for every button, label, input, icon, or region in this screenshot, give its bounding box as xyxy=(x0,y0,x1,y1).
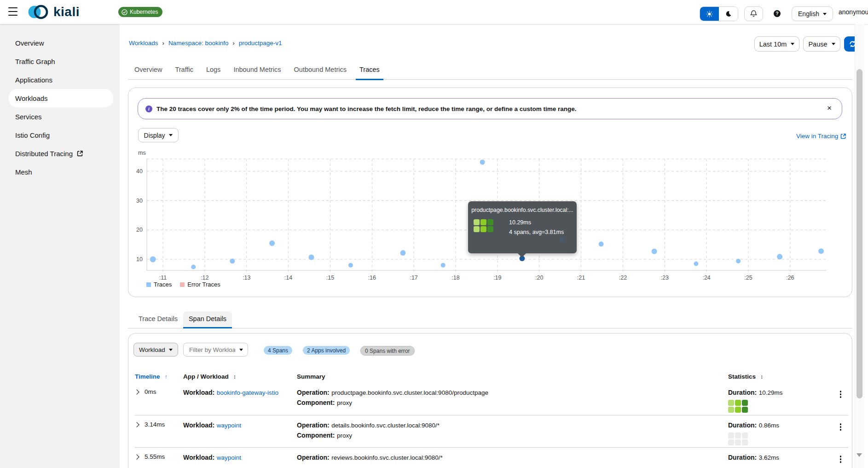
expand-chevron-icon[interactable] xyxy=(134,422,139,427)
sidebar-item-traffic-graph[interactable]: Traffic Graph xyxy=(9,52,113,70)
time-range-dropdown[interactable]: Last 10m xyxy=(754,36,799,52)
span-timeline: 0ms xyxy=(145,388,156,395)
trace-point[interactable] xyxy=(348,263,353,268)
workload-link[interactable]: waypoint xyxy=(217,422,241,429)
chevron-down-icon xyxy=(239,349,243,351)
svg-text:40: 40 xyxy=(136,168,143,175)
duration-label: Duration: xyxy=(728,454,757,461)
dark-theme-button[interactable] xyxy=(719,7,738,21)
tab-outbound-metrics[interactable]: Outbound Metrics xyxy=(294,66,347,79)
view-in-tracing-label: View in Tracing xyxy=(796,133,838,140)
trace-point[interactable] xyxy=(269,240,275,246)
trace-point[interactable] xyxy=(441,263,446,268)
trace-detail-tabs: Trace DetailsSpan Details xyxy=(128,311,852,328)
trace-point[interactable] xyxy=(480,160,485,165)
workload-link[interactable]: waypoint xyxy=(217,454,241,461)
tooltip-caret xyxy=(518,253,526,257)
span-timeline: 3.14ms xyxy=(145,421,165,428)
svg-text::24: :24 xyxy=(702,275,710,281)
language-dropdown[interactable]: English xyxy=(792,6,833,21)
expand-chevron-icon[interactable] xyxy=(134,454,139,459)
notifications-button[interactable] xyxy=(744,6,763,21)
legend-item[interactable]: Error Traces xyxy=(180,281,220,288)
sidebar-item-applications[interactable]: Applications xyxy=(9,70,113,89)
kebab-menu-icon[interactable] xyxy=(833,421,848,431)
chevron-down-icon xyxy=(832,43,835,45)
sidebar-item-workloads[interactable]: Workloads xyxy=(9,89,113,107)
filter-type-select[interactable]: Workload xyxy=(133,343,178,357)
info-icon: i xyxy=(145,105,152,112)
status-badge: 0 Spans with error xyxy=(360,346,414,356)
operation-value: productpage.bookinfo.svc.cluster.local:9… xyxy=(331,389,488,396)
column-header-statistics[interactable]: Statistics↕ xyxy=(728,373,833,380)
trace-point[interactable] xyxy=(777,254,782,259)
sort-icon[interactable]: ↕ xyxy=(760,374,763,380)
duration-label: Duration: xyxy=(728,421,757,429)
chevron-down-icon xyxy=(169,134,173,136)
column-header-timeline[interactable]: Timeline↑ xyxy=(135,373,183,380)
duration-value: 0.86ms xyxy=(759,422,779,429)
svg-text::15: :15 xyxy=(326,275,334,281)
sidebar-item-label: Istio Config xyxy=(15,131,50,139)
info-alert: i The 20 traces cover only 2% of the tim… xyxy=(138,98,842,119)
scrollbar-down-arrow[interactable] xyxy=(856,453,862,457)
breadcrumb-item[interactable]: Workloads xyxy=(129,40,158,47)
tab-traces[interactable]: Traces xyxy=(359,66,380,79)
tab-trace-details[interactable]: Trace Details xyxy=(133,311,183,328)
menu-toggle-button[interactable] xyxy=(8,7,17,16)
trace-point[interactable] xyxy=(150,256,156,262)
span-timeline: 5.55ms xyxy=(145,453,165,460)
tab-traffic[interactable]: Traffic xyxy=(175,66,193,79)
tab-overview[interactable]: Overview xyxy=(134,66,162,79)
tab-logs[interactable]: Logs xyxy=(206,66,220,79)
refresh-interval-dropdown[interactable]: Pause xyxy=(803,36,840,52)
sidebar-item-distributed-tracing[interactable]: Distributed Tracing xyxy=(9,144,113,163)
sidebar-item-mesh[interactable]: Mesh xyxy=(9,163,113,181)
trace-point[interactable] xyxy=(736,259,741,263)
display-dropdown[interactable]: Display xyxy=(138,128,179,142)
sidebar-item-label: Workloads xyxy=(15,94,48,102)
expand-chevron-icon[interactable] xyxy=(134,389,139,394)
workload-filter-input[interactable] xyxy=(188,346,236,354)
svg-text::25: :25 xyxy=(744,275,752,281)
span-summary-badges: 4 Spans2 Apps involved0 Spans with error xyxy=(264,346,415,356)
tab-inbound-metrics[interactable]: Inbound Metrics xyxy=(233,66,281,79)
chevron-down-icon xyxy=(823,13,827,15)
sort-asc-icon[interactable]: ↑ xyxy=(165,374,168,380)
breadcrumb-item[interactable]: productpage-v1 xyxy=(239,40,282,47)
operation-value: details.bookinfo.svc.cluster.local:9080/… xyxy=(331,422,440,429)
trace-point[interactable] xyxy=(652,249,657,254)
tooltip-duration: 10.29ms xyxy=(509,219,564,226)
sidebar-item-istio-config[interactable]: Istio Config xyxy=(9,126,113,144)
sidebar-item-services[interactable]: Services xyxy=(9,107,113,126)
trace-point-dimmed[interactable] xyxy=(559,237,565,242)
trace-point[interactable] xyxy=(309,255,314,260)
svg-text:ms: ms xyxy=(138,150,146,156)
close-icon[interactable]: × xyxy=(827,104,832,112)
svg-text:30: 30 xyxy=(136,198,143,204)
breadcrumb-item[interactable]: Namespace: bookinfo xyxy=(168,40,229,47)
trace-point[interactable] xyxy=(694,262,698,266)
kebab-menu-icon[interactable] xyxy=(833,453,848,463)
trace-point[interactable] xyxy=(818,248,824,254)
scrollbar-thumb[interactable] xyxy=(856,69,862,398)
user-menu[interactable]: anonymous xyxy=(839,8,868,16)
kebab-menu-icon[interactable] xyxy=(833,388,848,398)
light-theme-button[interactable] xyxy=(700,7,719,21)
column-header-app-workload[interactable]: App / Workload↕ xyxy=(183,373,297,380)
view-in-tracing-link[interactable]: View in Tracing xyxy=(796,133,846,140)
svg-text::26: :26 xyxy=(786,275,794,281)
trace-point[interactable] xyxy=(599,241,604,246)
help-icon[interactable]: ? xyxy=(774,10,781,17)
tab-span-details[interactable]: Span Details xyxy=(183,311,232,328)
sidebar-item-overview[interactable]: Overview xyxy=(9,34,113,52)
trace-point[interactable] xyxy=(191,265,196,269)
sort-icon[interactable]: ↕ xyxy=(233,374,236,380)
table-header-row: Timeline↑ App / Workload↕ Summary Statis… xyxy=(135,373,848,383)
legend-item[interactable]: Traces xyxy=(146,281,172,288)
workload-link[interactable]: bookinfo-gateway-istio xyxy=(217,389,278,396)
page-scrollbar[interactable] xyxy=(855,24,864,468)
trace-point[interactable] xyxy=(230,258,235,263)
trace-point[interactable] xyxy=(400,250,406,256)
theme-toggle xyxy=(700,6,738,21)
